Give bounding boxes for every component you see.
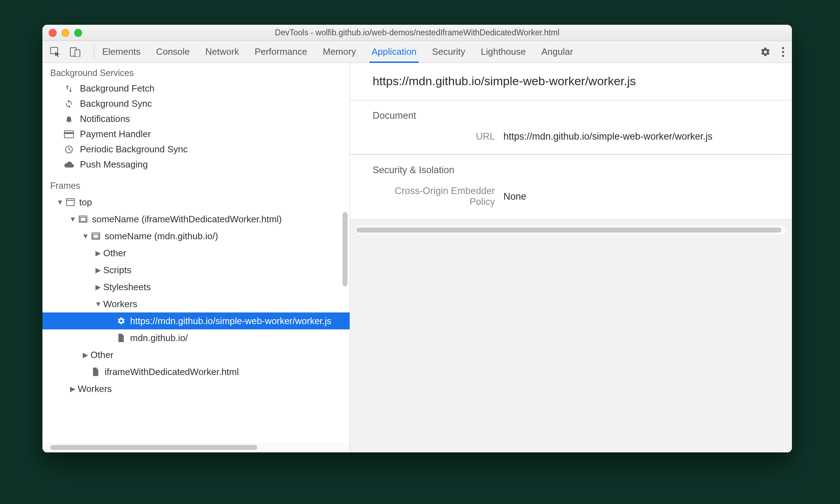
- disclosure-triangle-icon[interactable]: [95, 249, 101, 257]
- frame-details-title: https://mdn.github.io/simple-web-worker/…: [350, 63, 792, 100]
- svg-rect-7: [64, 132, 74, 134]
- frame-somename-2[interactable]: someName (mdn.github.io/): [42, 228, 350, 245]
- toggle-device-toolbar-icon[interactable]: [70, 47, 81, 57]
- svg-point-3: [782, 47, 784, 49]
- panel-body: Background Services Background FetchBack…: [42, 63, 792, 452]
- close-window-button[interactable]: [49, 29, 57, 37]
- section-background-services: Background Services: [42, 63, 350, 81]
- devtools-toolbar: ElementsConsoleNetworkPerformanceMemoryA…: [42, 41, 792, 63]
- disclosure-triangle-icon[interactable]: [69, 385, 76, 393]
- titlebar: DevTools - wolfib.github.io/web-demos/ne…: [42, 25, 792, 41]
- disclosure-triangle-icon[interactable]: [69, 215, 76, 223]
- window-icon: [65, 198, 76, 206]
- disclosure-triangle-icon[interactable]: [57, 198, 63, 206]
- disclosure-triangle-icon[interactable]: [82, 232, 88, 240]
- field-value: None: [503, 191, 526, 202]
- iframe-icon: [91, 233, 101, 240]
- panel-tabs: ElementsConsoleNetworkPerformanceMemoryA…: [101, 41, 573, 63]
- tab-lighthouse[interactable]: Lighthouse: [481, 41, 526, 63]
- svc-background-sync[interactable]: Background Sync: [42, 96, 350, 111]
- frame-scripts[interactable]: Scripts: [42, 262, 350, 279]
- frame-worker-js[interactable]: https://mdn.github.io/simple-web-worker/…: [42, 312, 350, 329]
- kebab-menu-icon[interactable]: [781, 47, 785, 57]
- disclosure-triangle-icon[interactable]: [95, 266, 101, 274]
- svg-rect-14: [93, 234, 99, 238]
- disclosure-triangle-icon[interactable]: [82, 351, 88, 359]
- tree-item-label: Scripts: [103, 265, 131, 276]
- tree-item-label: https://mdn.github.io/simple-web-worker/…: [130, 316, 331, 327]
- service-label: Notifications: [80, 113, 130, 124]
- section-security-isolation: Security & IsolationCross-Origin Embedde…: [350, 154, 792, 220]
- service-label: Background Fetch: [80, 83, 154, 94]
- gear-icon: [116, 317, 127, 325]
- frame-iframe-file[interactable]: iframeWithDedicatedWorker.html: [42, 363, 350, 380]
- tree-item-label: someName (iframeWithDedicatedWorker.html…: [92, 214, 282, 225]
- tree-item-label: mdn.github.io/: [130, 333, 188, 344]
- tree-item-label: someName (mdn.github.io/): [105, 231, 218, 242]
- frame-details-panel: https://mdn.github.io/simple-web-worker/…: [350, 63, 792, 452]
- bell-icon: [64, 115, 74, 124]
- service-label: Periodic Background Sync: [80, 144, 188, 155]
- tab-console[interactable]: Console: [156, 41, 189, 63]
- tab-memory[interactable]: Memory: [323, 41, 356, 63]
- frame-mdn-file[interactable]: mdn.github.io/: [42, 329, 350, 346]
- svc-background-fetch[interactable]: Background Fetch: [42, 81, 350, 96]
- tab-network[interactable]: Network: [205, 41, 239, 63]
- tab-angular[interactable]: Angular: [541, 41, 573, 63]
- section-title: Document: [373, 110, 776, 121]
- arrows-updown-icon: [64, 84, 74, 93]
- field-label: Cross-Origin Embedder Policy: [373, 186, 503, 207]
- tab-application[interactable]: Application: [372, 41, 416, 63]
- file-icon: [116, 333, 127, 342]
- field-label: URL: [373, 131, 503, 142]
- frame-somename-1[interactable]: someName (iframeWithDedicatedWorker.html…: [42, 211, 350, 228]
- application-sidebar: Background Services Background FetchBack…: [42, 63, 350, 452]
- iframe-icon: [78, 216, 88, 223]
- frame-top[interactable]: top: [42, 194, 350, 211]
- window-title: DevTools - wolfib.github.io/web-demos/ne…: [42, 28, 792, 37]
- section-document: DocumentURLhttps://mdn.github.io/simple-…: [350, 100, 792, 154]
- svg-point-4: [782, 51, 784, 53]
- disclosure-triangle-icon[interactable]: [95, 283, 101, 291]
- tree-item-label: Workers: [103, 299, 137, 310]
- svc-payment-handler[interactable]: Payment Handler: [42, 127, 350, 142]
- sidebar-vertical-scrollbar[interactable]: [343, 172, 348, 432]
- svg-rect-2: [75, 50, 80, 57]
- inspect-element-icon[interactable]: [50, 47, 61, 57]
- gear-icon[interactable]: [760, 47, 771, 57]
- file-icon: [91, 367, 101, 376]
- cloud-icon: [64, 161, 74, 169]
- row-coep: Cross-Origin Embedder PolicyNone: [373, 183, 776, 210]
- row-url: URLhttps://mdn.github.io/simple-web-work…: [373, 129, 776, 144]
- tree-item-label: Stylesheets: [103, 282, 151, 293]
- tab-security[interactable]: Security: [432, 41, 465, 63]
- section-title: Security & Isolation: [373, 165, 776, 176]
- clock-icon: [64, 145, 74, 154]
- minimize-window-button[interactable]: [62, 29, 69, 37]
- tree-item-label: Other: [91, 350, 113, 361]
- svc-notifications[interactable]: Notifications: [42, 111, 350, 127]
- svg-point-5: [782, 55, 784, 57]
- field-value: https://mdn.github.io/simple-web-worker/…: [503, 131, 712, 142]
- svg-rect-12: [80, 217, 86, 221]
- frame-workers-2[interactable]: Workers: [42, 380, 350, 397]
- main-horizontal-scrollbar[interactable]: [356, 225, 786, 235]
- svg-rect-9: [66, 199, 74, 206]
- frame-other-1[interactable]: Other: [42, 245, 350, 262]
- sidebar-horizontal-scrollbar[interactable]: [42, 443, 350, 452]
- frame-stylesheets[interactable]: Stylesheets: [42, 279, 350, 295]
- zoom-window-button[interactable]: [74, 29, 82, 37]
- frame-workers-1[interactable]: Workers: [42, 295, 350, 312]
- svc-periodic-background-sync[interactable]: Periodic Background Sync: [42, 142, 350, 157]
- disclosure-triangle-icon[interactable]: [95, 300, 101, 308]
- devtools-window: DevTools - wolfib.github.io/web-demos/ne…: [42, 25, 792, 452]
- toolbar-divider: [94, 45, 94, 59]
- frame-other-2[interactable]: Other: [42, 346, 350, 363]
- svc-push-messaging[interactable]: Push Messaging: [42, 157, 350, 172]
- tree-item-label: top: [79, 197, 92, 208]
- svg-rect-6: [64, 131, 74, 138]
- service-label: Background Sync: [80, 98, 152, 109]
- tab-performance[interactable]: Performance: [255, 41, 307, 63]
- tab-elements[interactable]: Elements: [102, 41, 140, 63]
- sync-icon: [64, 99, 74, 109]
